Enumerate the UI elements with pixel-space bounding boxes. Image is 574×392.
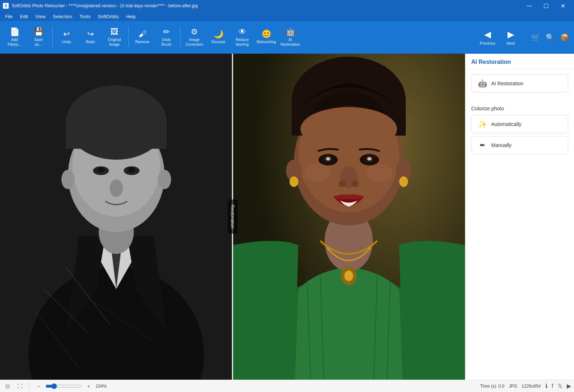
tool-add-files[interactable]: 📄AddFile(s)... <box>3 23 26 52</box>
svg-rect-11 <box>66 122 167 148</box>
menu-tools[interactable]: Tools <box>76 12 94 20</box>
menu-softorbits[interactable]: SoftOrbits <box>94 12 122 20</box>
save-as-icon: 💾 <box>34 28 44 36</box>
automatically-label: Automatically <box>491 121 521 127</box>
close-button[interactable]: ✕ <box>554 0 571 12</box>
facebook-icon[interactable]: f <box>552 383 553 389</box>
tool-reduce-blurring[interactable]: 👁Reduceblurring <box>231 23 254 52</box>
tool-denoise[interactable]: 🌙Denoise <box>207 23 230 52</box>
image-correction-label: ImageCorrection <box>186 37 203 46</box>
colorize-section: Colorize photo ✨Automatically✒Manually <box>465 101 574 162</box>
before-image <box>0 54 233 380</box>
manually-button[interactable]: ✒Manually <box>471 136 568 154</box>
zoom-value: 104% <box>96 384 107 389</box>
info-icon[interactable]: ℹ <box>545 383 547 389</box>
undo-brush-icon: ✏ <box>163 28 170 36</box>
zoom-fullscreen-button[interactable]: ⛶ <box>15 381 25 391</box>
zoom-minus-button[interactable]: − <box>34 381 43 391</box>
zoom-slider[interactable] <box>45 383 82 389</box>
title-bar: S SoftOrbits Photo Retoucher - ****Unreg… <box>0 0 574 12</box>
original-image-icon: 🖼 <box>110 28 118 36</box>
automatically-button[interactable]: ✨Automatically <box>471 115 568 133</box>
tool-image-correction[interactable]: ⚙ImageCorrection <box>183 23 206 52</box>
menu-help[interactable]: Help <box>122 12 140 20</box>
nav-buttons: ◀Previous▶Next <box>477 23 521 52</box>
toolbar-separator <box>180 26 181 48</box>
ai-restoration-section: 🤖 AI Restoration <box>465 69 574 101</box>
tool-remove[interactable]: 🖌Remove <box>131 23 154 52</box>
colorize-title: Colorize photo <box>471 106 568 111</box>
nav-previous[interactable]: ◀Previous <box>477 23 498 52</box>
next-nav-label: Next <box>507 41 515 45</box>
menu-bar: FileEditViewSelectionToolsSoftOrbitsHelp <box>0 12 574 21</box>
menu-file[interactable]: File <box>1 12 16 20</box>
zoom-plus-button[interactable]: + <box>84 381 93 391</box>
topright-icons: 🛒🔍📦 <box>529 31 571 44</box>
dimensions-label: 1226x854 <box>522 384 541 389</box>
time-label: Time (s): 0.0 <box>480 384 505 389</box>
svg-point-44 <box>366 164 392 181</box>
ai-restoration-button[interactable]: 🤖 AI Restoration <box>471 74 568 93</box>
toolbar-separator <box>128 26 129 48</box>
redo-icon: ↪ <box>87 30 94 38</box>
split-divider[interactable]: Restoration <box>232 54 233 380</box>
undo-icon: ↩ <box>63 30 70 38</box>
tool-original-image[interactable]: 🖼OriginalImage <box>103 23 126 52</box>
play-icon[interactable]: ▶ <box>567 383 571 389</box>
next-nav-icon: ▶ <box>508 29 514 40</box>
remove-label: Remove <box>135 40 149 44</box>
svg-point-42 <box>352 180 359 187</box>
save-as-label: Saveas... <box>34 37 43 46</box>
window-controls: — ☐ ✕ <box>521 0 571 12</box>
retouching-label: Retouching <box>256 40 276 44</box>
image-correction-icon: ⚙ <box>191 28 198 36</box>
previous-nav-icon: ◀ <box>484 29 491 40</box>
original-image-label: OriginalImage <box>108 37 121 46</box>
toolbar: 📄AddFile(s)...💾Saveas...↩Undo↪Redo🖼Origi… <box>0 21 574 54</box>
add-files-label: AddFile(s)... <box>8 37 21 46</box>
nav-next[interactable]: ▶Next <box>501 23 521 52</box>
zoom-control: − + 104% <box>34 381 107 391</box>
denoise-icon: 🌙 <box>214 30 223 38</box>
tool-ai-restoration[interactable]: 🤖AIRestoration <box>279 23 302 52</box>
redo-label: Redo <box>86 40 95 44</box>
reduce-blurring-label: Reduceblurring <box>236 37 249 46</box>
after-image <box>233 54 465 380</box>
image-container: Restoration <box>0 54 465 380</box>
box3d-icon[interactable]: 📦 <box>558 31 571 44</box>
ai-restoration-icon: 🤖 <box>286 28 295 36</box>
toolbar-separator <box>52 26 53 48</box>
maximize-button[interactable]: ☐ <box>538 0 554 12</box>
window-title: SoftOrbits Photo Retoucher - ****Unregis… <box>12 3 198 8</box>
tool-undo[interactable]: ↩Undo <box>55 23 78 52</box>
ai-restoration-label: AI Restoration <box>491 81 524 86</box>
twitter-icon[interactable]: 𝕏 <box>558 383 562 389</box>
undo-brush-label: UndoBrush <box>161 37 171 46</box>
cart-icon[interactable]: 🛒 <box>529 31 542 44</box>
svg-point-48 <box>399 176 408 187</box>
tool-retouching[interactable]: 😊Retouching <box>255 23 278 52</box>
colorize-buttons: ✨Automatically✒Manually <box>471 115 568 154</box>
menu-view[interactable]: View <box>32 12 49 20</box>
tool-save-as[interactable]: 💾Saveas... <box>27 23 50 52</box>
svg-point-39 <box>367 157 372 161</box>
search-icon[interactable]: 🔍 <box>543 31 557 44</box>
svg-point-16 <box>110 179 123 197</box>
svg-point-33 <box>300 107 397 151</box>
manually-icon: ✒ <box>477 141 488 150</box>
menu-selection[interactable]: Selection <box>49 12 76 20</box>
status-right: Time (s): 0.0 JPG 1226x854 ℹ f 𝕏 ▶ <box>480 383 571 389</box>
canvas-area[interactable]: Restoration <box>0 54 465 380</box>
status-bar: ⊡ ⛶ − + 104% Time (s): 0.0 JPG 1226x854 … <box>0 380 574 392</box>
reduce-blurring-icon: 👁 <box>238 28 246 36</box>
tool-undo-brush[interactable]: ✏UndoBrush <box>155 23 178 52</box>
manually-label: Manually <box>491 142 512 148</box>
denoise-label: Denoise <box>211 40 226 44</box>
menu-edit[interactable]: Edit <box>16 12 32 20</box>
tool-redo[interactable]: ↪Redo <box>79 23 102 52</box>
minimize-button[interactable]: — <box>521 0 538 12</box>
zoom-fit-button[interactable]: ⊡ <box>3 381 12 391</box>
svg-point-47 <box>290 176 298 187</box>
right-panel: AI Restoration 🤖 AI Restoration Colorize… <box>465 54 574 380</box>
main-content: Restoration <box>0 54 574 380</box>
